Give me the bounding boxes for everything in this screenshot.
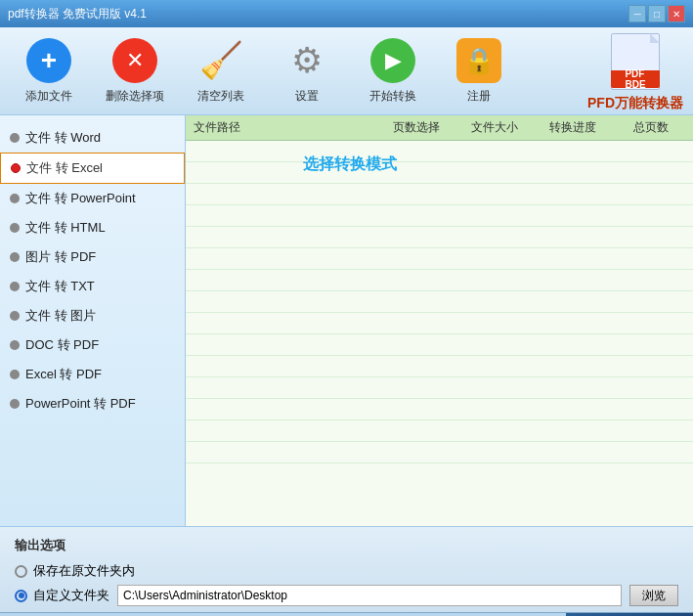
table-row [186,248,693,270]
option2-row: 自定义文件夹 浏览 [15,585,678,606]
table-row [186,205,693,227]
table-row [186,334,693,356]
gear-icon: ⚙ [283,37,330,84]
sidebar-item-excel-pdf[interactable]: Excel 转 PDF [0,360,185,389]
delete-selected-button[interactable]: ✕ 删除选择项 [96,32,174,110]
sidebar-item-label: 文件 转 Word [25,129,101,147]
table-row [186,270,693,291]
toolbar: + 添加文件 ✕ 删除选择项 🧹 清空列表 ⚙ 设置 ▶ 开始转换 🔒 注册 [0,27,693,115]
sidebar-item-label: PowerPoint 转 PDF [25,395,136,413]
sidebar-item-img-pdf[interactable]: 图片 转 PDF [0,242,185,272]
pdf-brand-icon: PDFBDE [607,30,664,93]
sidebar-dot [10,282,20,291]
sidebar-item-html[interactable]: 文件 转 HTML [0,213,185,242]
close-button[interactable]: ✕ [668,5,685,22]
table-row [186,420,693,442]
table-row [186,442,693,463]
add-icon: + [25,37,72,84]
start-convert-button[interactable]: ▶ 开始转换 [354,32,432,110]
table-row [186,356,693,377]
sidebar-item-label: 文件 转 PowerPoint [25,190,136,207]
table-row [186,227,693,248]
delete-selected-label: 删除选择项 [106,88,164,105]
option1-label: 保存在原文件夹内 [33,562,135,580]
settings-label: 设置 [295,88,319,105]
window-title: pdf转换器 免费试用版 v4.1 [8,6,627,22]
brand-name: PFD万能转换器 [587,95,683,112]
sidebar-item-powerpoint[interactable]: 文件 转 PowerPoint [0,184,185,213]
path-input[interactable] [117,585,622,606]
sidebar-dot [10,252,20,262]
play-icon: ▶ [369,37,416,84]
add-file-button[interactable]: + 添加文件 [10,32,88,110]
add-file-label: 添加文件 [25,88,72,105]
table-body [186,141,693,526]
col-filepath: 文件路径 [194,119,372,136]
sidebar-dot [10,194,20,203]
table-row [186,184,693,205]
table-row [186,313,693,334]
register-button[interactable]: 🔒 注册 [440,32,518,110]
settings-button[interactable]: ⚙ 设置 [268,32,346,110]
content-area: 文件路径 页数选择 文件大小 转换进度 总页数 选择转换模式 [186,115,693,526]
sidebar-item-doc-pdf[interactable]: DOC 转 PDF [0,330,185,360]
title-bar: pdf转换器 免费试用版 v4.1 ─ □ ✕ [0,0,693,27]
sidebar-dot [10,370,20,379]
sidebar-dot [10,311,20,321]
table-row [186,162,693,184]
col-page-select: 页数选择 [372,119,460,136]
table-row [186,377,693,399]
col-file-size: 文件大小 [460,119,529,136]
sidebar-dot [10,223,20,233]
sidebar: 文件 转 Word 文件 转 Excel 文件 转 PowerPoint 文件 … [0,115,186,526]
output-options: 输出选项 保存在原文件夹内 自定义文件夹 浏览 [0,526,693,612]
option2-radio[interactable] [15,590,27,602]
main-area: 文件 转 Word 文件 转 Excel 文件 转 PowerPoint 文件 … [0,115,693,526]
sidebar-dot [10,133,20,143]
sidebar-item-label: 文件 转 Excel [26,159,103,177]
clear-list-label: 清空列表 [197,88,244,105]
footer: 🐧 QQ交谈 客服热线：4006685572 QQ：4006685572 💡 知… [0,612,693,616]
sidebar-item-ppt-pdf[interactable]: PowerPoint 转 PDF [0,389,185,418]
sidebar-item-txt[interactable]: 文件 转 TXT [0,272,185,301]
sidebar-item-label: 图片 转 PDF [25,248,96,266]
table-row [186,399,693,420]
col-total-pages: 总页数 [617,119,685,136]
sidebar-item-label: 文件 转 HTML [25,219,106,237]
table-header: 文件路径 页数选择 文件大小 转换进度 总页数 [186,115,693,141]
option2-label: 自定义文件夹 [33,587,109,604]
sidebar-item-label: Excel 转 PDF [25,366,102,383]
sidebar-dot [10,340,20,350]
sidebar-dot [10,399,20,409]
browse-button[interactable]: 浏览 [629,585,678,606]
output-title: 输出选项 [15,537,678,554]
option1-row: 保存在原文件夹内 [15,562,678,580]
sidebar-dot-active [11,163,21,173]
start-convert-label: 开始转换 [369,88,416,105]
sidebar-item-img[interactable]: 文件 转 图片 [0,301,185,330]
maximize-button[interactable]: □ [648,5,666,22]
lock-icon: 🔒 [455,37,502,84]
option1-radio[interactable] [15,565,27,578]
sidebar-item-word[interactable]: 文件 转 Word [0,123,185,153]
sidebar-item-excel[interactable]: 文件 转 Excel [0,153,185,184]
sidebar-item-label: 文件 转 TXT [25,278,95,295]
sidebar-item-label: DOC 转 PDF [25,336,99,354]
brand-area: PDFBDE PFD万能转换器 [587,30,683,112]
broom-icon: 🧹 [197,37,244,84]
register-label: 注册 [467,88,491,105]
clear-list-button[interactable]: 🧹 清空列表 [182,32,260,110]
table-row [186,291,693,313]
minimize-button[interactable]: ─ [628,5,646,22]
sidebar-item-label: 文件 转 图片 [25,307,96,325]
table-row [186,141,693,162]
delete-icon: ✕ [111,37,158,84]
col-progress: 转换进度 [529,119,617,136]
